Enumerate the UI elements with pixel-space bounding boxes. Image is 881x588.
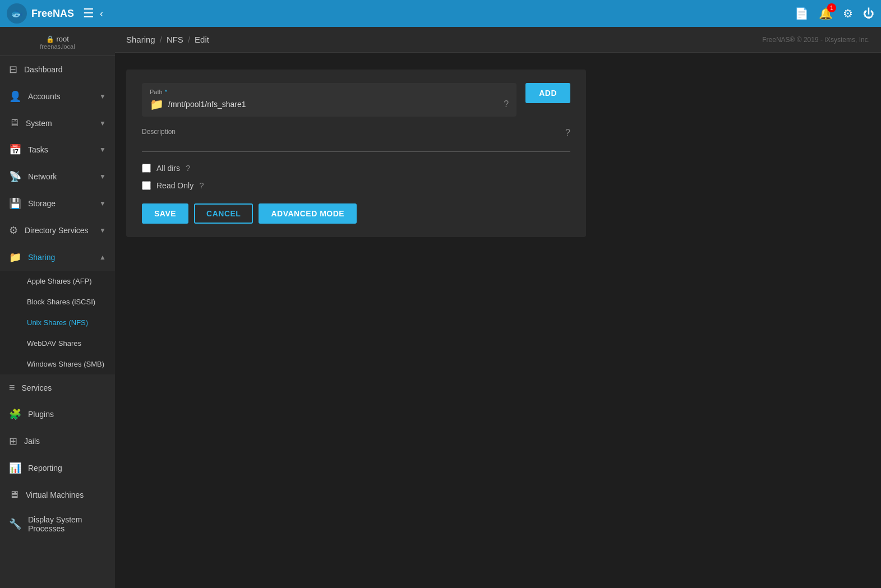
sidebar-item-system[interactable]: 🖥 System ▼ <box>0 110 115 136</box>
jails-icon: ⊞ <box>9 435 17 447</box>
unix-shares-label: Unix Shares (NFS) <box>27 318 88 327</box>
submenu-windows-shares[interactable]: Windows Shares (SMB) <box>0 354 115 374</box>
sharing-arrow: ▲ <box>99 253 106 261</box>
sidebar-label-jails: Jails <box>24 437 40 446</box>
all-dirs-help-icon[interactable]: ? <box>186 163 190 173</box>
submenu-webdav-shares[interactable]: WebDAV Shares <box>0 333 115 354</box>
submenu-apple-shares[interactable]: Apple Shares (AFP) <box>0 271 115 291</box>
sidebar-item-accounts[interactable]: 👤 Accounts ▼ <box>0 83 115 110</box>
path-section: Path * 📁 ? ADD <box>142 83 570 117</box>
username: root <box>56 35 68 43</box>
network-arrow: ▼ <box>99 173 106 180</box>
path-label: Path * <box>150 89 509 95</box>
sidebar-label-network: Network <box>28 172 57 181</box>
folder-icon: 📁 <box>150 98 164 111</box>
sidebar-item-sharing[interactable]: 📁 Sharing ▲ <box>0 244 115 271</box>
notification-badge: 1 <box>827 3 836 12</box>
sidebar-label-tasks: Tasks <box>28 145 48 154</box>
system-icon: 🖥 <box>9 117 19 129</box>
docs-icon[interactable]: 📄 <box>795 7 809 20</box>
description-label: Description <box>142 128 570 136</box>
power-icon[interactable]: ⏻ <box>863 7 874 20</box>
sharing-submenu: Apple Shares (AFP) Block Shares (iSCSI) … <box>0 271 115 374</box>
main-layout: 🔒 root freenas.local ⊟ Dashboard 👤 Accou… <box>0 27 881 588</box>
breadcrumb-nfs[interactable]: NFS <box>167 35 183 44</box>
sidebar-label-storage: Storage <box>28 199 56 208</box>
sidebar-label-virtual-machines: Virtual Machines <box>26 490 84 499</box>
sidebar-item-dashboard[interactable]: ⊟ Dashboard <box>0 56 115 83</box>
settings-icon[interactable]: ⚙ <box>843 7 853 20</box>
sidebar-item-reporting[interactable]: 📊 Reporting <box>0 455 115 481</box>
all-dirs-label: All dirs <box>156 164 180 173</box>
read-only-row: Read Only ? <box>142 180 570 190</box>
dashboard-icon: ⊟ <box>9 63 17 76</box>
apple-shares-label: Apple Shares (AFP) <box>27 277 92 285</box>
read-only-help-icon[interactable]: ? <box>199 180 204 190</box>
breadcrumb-sharing[interactable]: Sharing <box>126 35 155 44</box>
sidebar-label-reporting: Reporting <box>28 464 62 473</box>
all-dirs-checkbox[interactable] <box>142 164 151 173</box>
path-help-icon[interactable]: ? <box>504 99 509 109</box>
sidebar-label-dashboard: Dashboard <box>24 65 63 74</box>
reporting-icon: 📊 <box>9 462 21 474</box>
sidebar-item-display-system-processes[interactable]: 🔧 Display System Processes <box>0 508 115 540</box>
directory-services-arrow: ▼ <box>99 226 106 234</box>
sidebar-label-accounts: Accounts <box>28 92 61 101</box>
path-input[interactable] <box>168 100 499 109</box>
sidebar-label-services: Services <box>22 383 52 392</box>
form-actions: SAVE CANCEL ADVANCED MODE <box>142 203 570 224</box>
freenas-logo: 🐟 <box>7 3 27 24</box>
read-only-checkbox[interactable] <box>142 181 151 190</box>
sidebar-label-plugins: Plugins <box>28 410 54 419</box>
sidebar-item-directory-services[interactable]: ⚙ Directory Services ▼ <box>0 217 115 244</box>
sidebar-user: 🔒 root freenas.local <box>0 27 115 56</box>
system-arrow: ▼ <box>99 119 106 127</box>
sidebar-item-services[interactable]: ≡ Services <box>0 374 115 401</box>
sidebar-item-plugins[interactable]: 🧩 Plugins <box>0 401 115 428</box>
submenu-unix-shares[interactable]: Unix Shares (NFS) <box>0 312 115 333</box>
accounts-arrow: ▼ <box>99 92 106 100</box>
breadcrumb: Sharing / NFS / Edit <box>126 35 209 44</box>
read-only-label: Read Only <box>156 181 193 190</box>
sidebar-item-storage[interactable]: 💾 Storage ▼ <box>0 190 115 217</box>
back-icon[interactable]: ‹ <box>100 8 103 20</box>
sidebar-item-tasks[interactable]: 📅 Tasks ▼ <box>0 136 115 163</box>
form-card: Path * 📁 ? ADD Description <box>126 70 586 237</box>
sidebar-item-jails[interactable]: ⊞ Jails <box>0 428 115 455</box>
save-button[interactable]: SAVE <box>142 203 188 224</box>
webdav-shares-label: WebDAV Shares <box>27 339 81 348</box>
description-help-icon[interactable]: ? <box>565 128 570 138</box>
submenu-block-shares[interactable]: Block Shares (iSCSI) <box>0 291 115 312</box>
block-shares-label: Block Shares (iSCSI) <box>27 298 95 306</box>
content-area: Sharing / NFS / Edit FreeNAS® © 2019 - i… <box>115 27 881 588</box>
add-button[interactable]: ADD <box>525 83 570 103</box>
sidebar-item-network[interactable]: 📡 Network ▼ <box>0 163 115 190</box>
plugins-icon: 🧩 <box>9 408 21 420</box>
breadcrumb-bar: Sharing / NFS / Edit FreeNAS® © 2019 - i… <box>115 27 881 53</box>
topbar-right: 📄 🔔 1 ⚙ ⏻ <box>795 7 874 20</box>
user-lock-icon: 🔒 root <box>6 35 109 43</box>
sidebar-item-virtual-machines[interactable]: 🖥 Virtual Machines <box>0 481 115 508</box>
virtual-machines-icon: 🖥 <box>9 489 19 501</box>
display-system-processes-icon: 🔧 <box>9 518 21 530</box>
breadcrumb-sep-1: / <box>160 35 162 44</box>
sidebar-label-directory-services: Directory Services <box>25 226 89 235</box>
path-required-marker: * <box>165 89 167 95</box>
directory-services-icon: ⚙ <box>9 224 18 237</box>
sidebar-label-display-system-processes: Display System Processes <box>28 515 106 533</box>
advanced-mode-button[interactable]: ADVANCED MODE <box>259 203 357 224</box>
network-icon: 📡 <box>9 170 21 183</box>
description-input[interactable] <box>142 138 570 152</box>
menu-icon[interactable]: ☰ <box>83 6 94 21</box>
sidebar-label-sharing: Sharing <box>28 253 55 262</box>
user-host: freenas.local <box>6 43 109 50</box>
cancel-button[interactable]: CANCEL <box>194 203 253 224</box>
copyright: FreeNAS® © 2019 - iXsystems, Inc. <box>762 36 870 44</box>
services-icon: ≡ <box>9 382 15 393</box>
sidebar-label-system: System <box>26 119 52 128</box>
sidebar: 🔒 root freenas.local ⊟ Dashboard 👤 Accou… <box>0 27 115 588</box>
path-label-text: Path <box>150 89 163 95</box>
notifications-icon[interactable]: 🔔 1 <box>819 7 833 20</box>
tasks-arrow: ▼ <box>99 146 106 154</box>
logo: 🐟 FreeNAS <box>7 3 74 24</box>
